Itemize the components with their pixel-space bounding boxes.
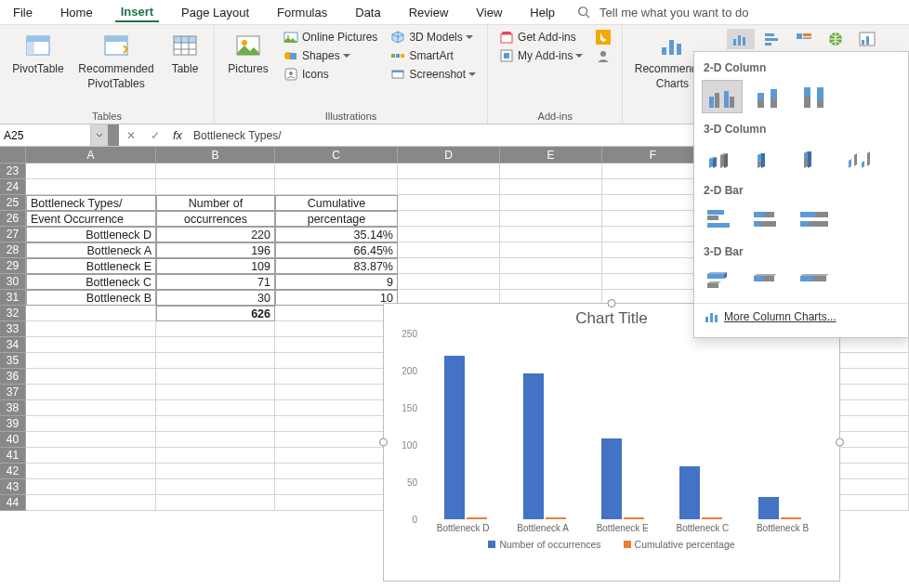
cell[interactable] — [156, 495, 275, 511]
cell[interactable] — [275, 385, 398, 400]
100-stacked-bar-thumb[interactable] — [795, 203, 836, 236]
hierarchy-chart-dropdown[interactable] — [790, 29, 818, 49]
cell[interactable]: Bottleneck D — [26, 227, 156, 242]
row-header[interactable]: 39 — [0, 416, 26, 432]
menu-file[interactable]: File — [7, 4, 38, 21]
cell[interactable] — [275, 321, 398, 337]
cell[interactable] — [602, 179, 705, 195]
cell[interactable] — [398, 242, 500, 258]
cell[interactable]: 66.45% — [275, 242, 398, 258]
bing-button[interactable] — [592, 29, 614, 46]
row-header[interactable]: 44 — [0, 495, 26, 511]
row-header[interactable]: 28 — [0, 242, 26, 258]
cell[interactable]: Bottleneck C — [26, 274, 156, 290]
cell[interactable] — [398, 227, 500, 242]
row-header[interactable]: 29 — [0, 258, 26, 274]
cell[interactable] — [500, 242, 602, 258]
bar-group[interactable] — [437, 356, 494, 519]
cell[interactable] — [156, 179, 275, 195]
cell[interactable] — [500, 195, 602, 211]
cell[interactable] — [602, 258, 705, 274]
cell[interactable] — [500, 179, 602, 195]
bar-group[interactable] — [672, 466, 730, 519]
cell[interactable]: 10 — [275, 290, 398, 306]
cell[interactable]: Bottleneck Types/ — [26, 195, 156, 211]
screenshot-button[interactable]: Screenshot — [387, 66, 480, 83]
cell[interactable] — [156, 416, 275, 432]
row-header[interactable]: 38 — [0, 400, 26, 416]
cell[interactable] — [156, 321, 275, 337]
row-header[interactable]: 34 — [0, 337, 26, 353]
cell[interactable] — [275, 179, 398, 195]
chart-plot-area[interactable]: 050100150200250 — [423, 333, 823, 519]
cell[interactable]: percentage — [275, 211, 398, 227]
cell[interactable] — [156, 353, 275, 369]
column-header[interactable]: A — [26, 147, 156, 163]
name-box[interactable] — [0, 124, 91, 146]
cell[interactable]: Bottleneck B — [26, 290, 156, 306]
pictures-button[interactable]: Pictures — [222, 29, 274, 77]
row-header[interactable]: 33 — [0, 321, 26, 337]
cell[interactable] — [26, 337, 156, 353]
3d-stacked-bar-thumb[interactable] — [748, 264, 789, 297]
menu-help[interactable]: Help — [524, 4, 560, 21]
cell[interactable]: Bottleneck E — [26, 258, 156, 274]
column-header[interactable]: B — [156, 147, 275, 163]
cell[interactable] — [275, 163, 398, 179]
row-header[interactable]: 36 — [0, 369, 26, 385]
pivot-chart-dropdown[interactable] — [853, 29, 881, 49]
menu-pagelayout[interactable]: Page Layout — [176, 4, 255, 21]
cell[interactable] — [156, 432, 275, 448]
pivottable-button[interactable]: PivotTable — [7, 29, 69, 77]
icons-button[interactable]: Icons — [280, 66, 381, 83]
menu-formulas[interactable]: Formulas — [271, 4, 333, 21]
cell[interactable] — [156, 448, 275, 464]
resize-handle-right[interactable] — [836, 438, 844, 447]
cell[interactable]: 35.14% — [275, 227, 398, 242]
cell[interactable] — [26, 479, 156, 495]
cell[interactable] — [26, 369, 156, 385]
cell[interactable] — [275, 353, 398, 369]
3d-100-stacked-bar-thumb[interactable] — [795, 264, 836, 297]
menu-insert[interactable]: Insert — [115, 3, 159, 22]
recommended-pivottables-button[interactable]: Recommended PivotTables — [74, 29, 158, 92]
cell[interactable] — [26, 416, 156, 432]
bar-group[interactable] — [751, 497, 809, 519]
cell[interactable] — [26, 432, 156, 448]
resize-handle-left[interactable] — [379, 438, 388, 447]
online-pictures-button[interactable]: Online Pictures — [280, 29, 381, 46]
cell[interactable] — [500, 211, 602, 227]
cell[interactable] — [275, 400, 398, 416]
cell[interactable] — [275, 369, 398, 385]
row-header[interactable]: 43 — [0, 479, 26, 495]
menu-review[interactable]: Review — [403, 4, 454, 21]
cell[interactable] — [156, 385, 275, 400]
cell[interactable] — [602, 195, 705, 211]
bar-group[interactable] — [516, 373, 573, 519]
menu-data[interactable]: Data — [349, 4, 386, 21]
clustered-column-thumb[interactable] — [702, 80, 743, 113]
cell[interactable] — [26, 385, 156, 400]
cell[interactable] — [26, 495, 156, 511]
cell[interactable] — [275, 448, 398, 464]
cell[interactable]: 83.87% — [275, 258, 398, 274]
cell[interactable] — [275, 495, 398, 511]
3d-models-button[interactable]: 3D Models — [387, 29, 480, 46]
column-chart-dropdown[interactable] — [727, 29, 755, 49]
cell[interactable] — [26, 163, 156, 179]
map-chart-dropdown[interactable] — [822, 29, 850, 49]
smartart-button[interactable]: SmartArt — [387, 47, 480, 64]
cancel-formula-button[interactable]: ✕ — [119, 124, 143, 146]
more-column-charts-button[interactable]: More Column Charts... — [694, 303, 908, 330]
3d-clustered-bar-thumb[interactable] — [702, 264, 743, 297]
row-header[interactable]: 40 — [0, 432, 26, 448]
cell[interactable]: 71 — [156, 274, 275, 290]
resize-handle-top[interactable] — [608, 299, 616, 307]
name-box-input[interactable] — [4, 129, 86, 142]
stacked-column-thumb[interactable] — [748, 80, 789, 113]
cell[interactable] — [156, 464, 275, 479]
menu-home[interactable]: Home — [55, 4, 99, 21]
menu-view[interactable]: View — [470, 4, 507, 21]
cell[interactable]: 626 — [156, 306, 275, 321]
cell[interactable] — [275, 464, 398, 479]
